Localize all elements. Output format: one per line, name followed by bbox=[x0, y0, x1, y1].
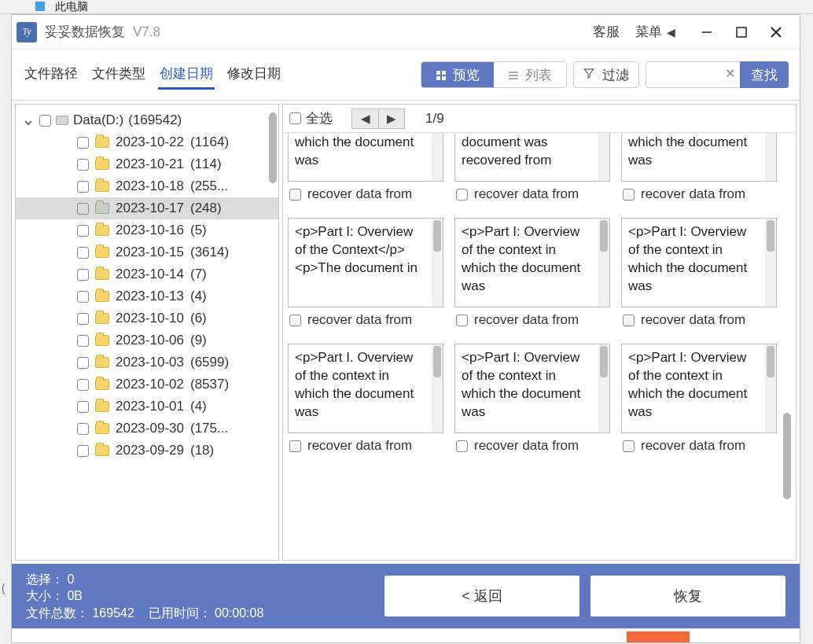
preview-card-filename: recover data from bbox=[307, 438, 412, 454]
search-button[interactable]: 查找 bbox=[740, 61, 789, 88]
tree-root-checkbox[interactable] bbox=[39, 115, 51, 127]
preview-thumbnail[interactable]: <p>Part I: Overview of the context in wh… bbox=[454, 218, 610, 307]
preview-card-checkbox[interactable] bbox=[456, 189, 468, 201]
preview-card-checkbox[interactable] bbox=[623, 440, 635, 452]
tree-item[interactable]: 2023-10-03 (6599) bbox=[16, 351, 278, 374]
thumbnail-scrollbar[interactable] bbox=[598, 133, 609, 181]
preview-card[interactable]: <p>Part I: Overview</p><p>The document w… bbox=[454, 133, 610, 202]
minimize-button[interactable] bbox=[690, 15, 724, 50]
tab-modified-date[interactable]: 修改日期 bbox=[226, 60, 282, 90]
preview-thumbnail[interactable]: <p>Part I: Overview of the Context</p><p… bbox=[288, 218, 443, 307]
tree-root[interactable]: Data(D:) (169542) bbox=[16, 109, 278, 131]
tree-item-checkbox[interactable] bbox=[77, 269, 89, 281]
view-preview-button[interactable]: 预览 bbox=[421, 62, 494, 87]
close-button[interactable] bbox=[759, 15, 793, 50]
tree-scrollbar[interactable] bbox=[267, 112, 278, 552]
pager-prev-button[interactable]: ◀ bbox=[351, 109, 378, 129]
tree-item-checkbox[interactable] bbox=[77, 379, 89, 391]
thumbnail-scrollbar[interactable] bbox=[598, 344, 609, 432]
preview-thumbnail[interactable]: <p>Part I: Overview of the context in wh… bbox=[621, 344, 777, 433]
preview-card-checkbox[interactable] bbox=[289, 189, 301, 201]
status-elapsed-value: 00:00:08 bbox=[215, 606, 263, 620]
search-clear-icon[interactable]: ✕ bbox=[725, 66, 735, 81]
tree-item-checkbox[interactable] bbox=[77, 159, 89, 171]
preview-thumbnail[interactable]: <p>Part I: Overview of the context in wh… bbox=[454, 344, 610, 433]
preview-card-checkbox[interactable] bbox=[289, 440, 301, 452]
tree-item-checkbox[interactable] bbox=[77, 247, 89, 259]
tree-item[interactable]: 2023-10-06 (9) bbox=[16, 329, 278, 351]
preview-card-checkbox[interactable] bbox=[456, 440, 468, 452]
tree-item-checkbox[interactable] bbox=[77, 291, 89, 303]
pager-next-button[interactable]: ▶ bbox=[378, 109, 405, 129]
tree-item-checkbox[interactable] bbox=[77, 137, 89, 149]
tree-item[interactable]: 2023-10-13 (4) bbox=[16, 285, 278, 307]
thumbnail-scrollbar[interactable] bbox=[432, 133, 443, 181]
recover-button[interactable]: 恢复 bbox=[590, 576, 785, 616]
tab-created-date[interactable]: 创建日期 bbox=[158, 60, 215, 90]
preview-card[interactable]: <p>Part I: Overview of the context in wh… bbox=[454, 344, 610, 454]
preview-thumbnail[interactable]: <p>Part I: Overview</p><p>The document w… bbox=[454, 133, 610, 182]
tab-file-type[interactable]: 文件类型 bbox=[90, 60, 147, 90]
support-link[interactable]: 客服 bbox=[593, 23, 620, 41]
tree-item-name: 2023-10-02 bbox=[116, 377, 184, 392]
tree-item[interactable]: 2023-10-17 (248) bbox=[16, 197, 278, 219]
tree-item[interactable]: 2023-10-22 (1164) bbox=[16, 131, 278, 153]
preview-thumbnail[interactable]: <p>Part I: Overview of the context in wh… bbox=[621, 133, 777, 182]
tree-item[interactable]: 2023-09-29 (18) bbox=[16, 440, 278, 462]
menu-arrow-icon[interactable]: ◀ bbox=[667, 26, 675, 39]
maximize-button[interactable] bbox=[724, 15, 759, 50]
tree-item[interactable]: 2023-10-15 (3614) bbox=[16, 241, 278, 263]
tree-item[interactable]: 2023-10-16 (5) bbox=[16, 219, 278, 241]
tree-item[interactable]: 2023-10-10 (6) bbox=[16, 307, 278, 329]
thumbnail-scrollbar[interactable] bbox=[765, 219, 776, 307]
tree-item-name: 2023-10-15 bbox=[116, 245, 184, 260]
thumbnail-scrollbar[interactable] bbox=[598, 219, 609, 307]
preview-card[interactable]: <p>Part I: Overview of the context in wh… bbox=[288, 133, 443, 202]
tree-item-checkbox[interactable] bbox=[77, 423, 89, 435]
preview-card-checkbox[interactable] bbox=[623, 189, 635, 201]
preview-card-checkbox[interactable] bbox=[623, 315, 635, 326]
tree-item[interactable]: 2023-09-30 (175... bbox=[16, 418, 278, 440]
tree-item-checkbox[interactable] bbox=[77, 181, 89, 193]
tree-item-checkbox[interactable] bbox=[77, 335, 89, 347]
view-list-button[interactable]: 列表 bbox=[494, 62, 566, 87]
thumbnail-scrollbar[interactable] bbox=[432, 219, 443, 307]
tree-item-checkbox[interactable] bbox=[77, 445, 89, 457]
preview-card[interactable]: <p>Part I: Overview of the context in wh… bbox=[621, 344, 777, 454]
thumbnail-scrollbar[interactable] bbox=[765, 344, 776, 432]
tree-item[interactable]: 2023-10-14 (7) bbox=[16, 263, 278, 285]
filter-button[interactable]: 过滤 bbox=[573, 61, 639, 88]
tree-item[interactable]: 2023-10-01 (4) bbox=[16, 396, 278, 418]
select-all-checkbox[interactable] bbox=[289, 112, 301, 124]
tab-file-path[interactable]: 文件路径 bbox=[23, 60, 79, 90]
tree-item[interactable]: 2023-10-21 (114) bbox=[16, 153, 278, 175]
tree-item-checkbox[interactable] bbox=[77, 203, 89, 215]
preview-card[interactable]: <p>Part I: Overview of the Context</p><p… bbox=[288, 218, 443, 328]
preview-thumbnail[interactable]: <p>Part I: Overview of the context in wh… bbox=[621, 218, 777, 307]
preview-card[interactable]: <p>Part I: Overview of the context in wh… bbox=[621, 218, 777, 328]
menu-link[interactable]: 菜单 bbox=[635, 23, 662, 41]
status-text: 选择： 0 大小： 0B 文件总数： 169542 已用时间： 00:00:08 bbox=[26, 571, 263, 622]
preview-card-checkbox[interactable] bbox=[289, 315, 301, 326]
tree-item-checkbox[interactable] bbox=[77, 313, 89, 325]
preview-card-filename: recover data from bbox=[474, 186, 579, 202]
preview-thumbnail[interactable]: <p>Part I: Overview of the context in wh… bbox=[288, 133, 443, 182]
tree-item[interactable]: 2023-10-02 (8537) bbox=[16, 374, 278, 396]
tree-item-checkbox[interactable] bbox=[77, 401, 89, 413]
thumbnail-scrollbar[interactable] bbox=[765, 133, 776, 181]
preview-card-checkbox[interactable] bbox=[456, 315, 468, 326]
back-button[interactable]: < 返回 bbox=[384, 576, 579, 616]
thumbnail-scrollbar[interactable] bbox=[432, 344, 443, 432]
svg-rect-5 bbox=[442, 71, 446, 75]
preview-thumbnail[interactable]: <p>Part I. Overview of the context in wh… bbox=[288, 344, 443, 433]
preview-card[interactable]: <p>Part I: Overview of the context in wh… bbox=[454, 218, 610, 328]
tree-item-checkbox[interactable] bbox=[77, 357, 89, 369]
chevron-down-icon[interactable] bbox=[24, 116, 33, 131]
preview-card[interactable]: <p>Part I. Overview of the context in wh… bbox=[288, 344, 443, 454]
tree-item[interactable]: 2023-10-18 (255... bbox=[16, 175, 278, 197]
preview-scrollbar[interactable] bbox=[782, 133, 793, 555]
select-all-label: 全选 bbox=[306, 109, 333, 127]
preview-card[interactable]: <p>Part I: Overview of the context in wh… bbox=[621, 133, 777, 202]
tree-item-checkbox[interactable] bbox=[77, 225, 89, 237]
tree-item-count: (7) bbox=[190, 267, 207, 282]
